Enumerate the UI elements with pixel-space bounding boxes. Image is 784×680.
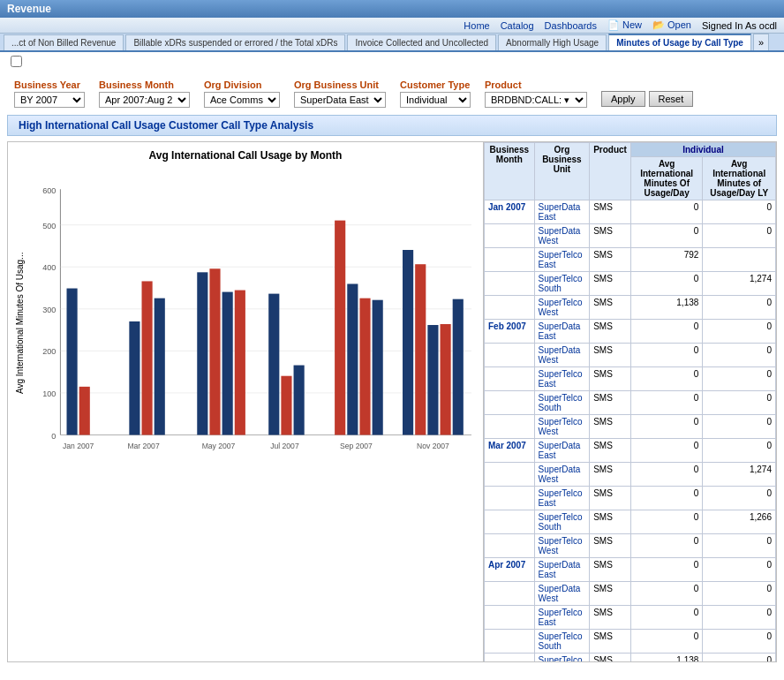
tab-more-button[interactable]: » — [753, 34, 769, 50]
nav-dashboards[interactable]: Dashboards — [545, 20, 597, 31]
cell-month — [485, 248, 535, 272]
cell-unit: SuperTelco West — [534, 415, 590, 439]
svg-text:0: 0 — [51, 432, 56, 441]
cell-avg-day: 0 — [630, 487, 702, 510]
table-row: Apr 2007SuperData EastSMS00 — [485, 558, 776, 582]
cell-product: SMS — [590, 606, 631, 630]
title-bar: Revenue — [0, 0, 784, 18]
filter-org-division: Org Division Ace Comms — [204, 79, 280, 108]
svg-rect-15 — [67, 289, 78, 435]
cell-month: Mar 2007 — [485, 439, 535, 463]
customer-type-select[interactable]: Individual — [400, 92, 471, 108]
nav-home[interactable]: Home — [464, 20, 489, 31]
svg-rect-31 — [403, 250, 413, 434]
col-subheader-avg-day: Avg International Minutes Of Usage/Day — [630, 157, 702, 200]
svg-text:100: 100 — [42, 389, 56, 398]
svg-rect-17 — [129, 321, 139, 435]
table-row: SuperTelco SouthSMS00 — [485, 391, 776, 415]
business-year-select[interactable]: BY 2007 — [14, 92, 85, 108]
product-select[interactable]: BRDBND:CALL: ▾ — [485, 92, 587, 108]
svg-text:500: 500 — [42, 222, 56, 230]
filter-product: Product BRDBND:CALL: ▾ — [485, 79, 587, 108]
cell-avg-ly: 0 — [703, 582, 776, 606]
cell-avg-ly: 0 — [703, 606, 776, 630]
cell-product: SMS — [590, 272, 631, 296]
cell-unit: SuperTelco East — [534, 248, 590, 272]
select-all-checkbox[interactable] — [11, 56, 22, 67]
cell-unit: SuperData West — [534, 224, 590, 248]
cell-unit: SuperTelco South — [534, 272, 590, 296]
business-month-select[interactable]: Apr 2007:Aug 2 — [99, 92, 190, 108]
table-row: SuperTelco EastSMS00 — [485, 367, 776, 391]
cell-month — [485, 534, 535, 558]
cell-avg-day: 0 — [630, 630, 702, 654]
reset-button[interactable]: Reset — [649, 91, 694, 107]
chart-svg: 0 100 200 300 400 500 600 — [29, 169, 476, 478]
cell-avg-ly: 0 — [703, 344, 776, 367]
org-business-unit-select[interactable]: SuperData East — [294, 92, 386, 108]
cell-avg-day: 0 — [630, 344, 702, 367]
table-row: SuperTelco WestSMS1,1380 — [485, 296, 776, 320]
cell-unit: SuperData East — [534, 200, 590, 224]
cell-unit: SuperData East — [534, 439, 590, 463]
svg-text:400: 400 — [42, 263, 56, 272]
cell-avg-ly: 0 — [703, 415, 776, 439]
org-business-unit-label: Org Business Unit — [294, 79, 386, 90]
tab-billable-xdrs[interactable]: Billable xDRs suspended or errored / the… — [125, 34, 345, 50]
chart-title: Avg International Call Usage by Month — [15, 149, 476, 162]
svg-rect-25 — [281, 376, 291, 435]
cell-avg-ly: 1,266 — [703, 510, 776, 534]
cell-product: SMS — [590, 654, 631, 663]
y-axis-label: Avg International Minutes Of Usag... — [15, 169, 29, 478]
org-division-select[interactable]: Ace Comms — [204, 92, 280, 108]
svg-text:600: 600 — [42, 186, 56, 195]
table-row: SuperData WestSMS00 — [485, 582, 776, 606]
col-header-individual: Individual — [630, 143, 775, 157]
table-row: Jan 2007SuperData EastSMS00 — [485, 200, 776, 224]
tab-invoice[interactable]: Invoice Collected and Uncollected — [347, 34, 496, 50]
nav-open[interactable]: 📂 Open — [652, 19, 691, 31]
tab-bar: ...ct of Non Billed Revenue Billable xDR… — [0, 34, 784, 52]
filters-row: Business Year BY 2007 Business Month Apr… — [0, 72, 784, 115]
cell-month — [485, 510, 535, 534]
cell-avg-day: 0 — [630, 439, 702, 463]
cell-avg-day: 0 — [630, 415, 702, 439]
nav-catalog[interactable]: Catalog — [501, 20, 534, 31]
table-row: Feb 2007SuperData EastSMS00 — [485, 320, 776, 344]
apply-button[interactable]: Apply — [601, 91, 645, 107]
data-table-area: Business Month Org Business Unit Product… — [484, 141, 777, 662]
col-header-product: Product — [590, 143, 631, 200]
cell-product: SMS — [590, 630, 631, 654]
cell-month — [485, 487, 535, 510]
svg-rect-28 — [347, 283, 358, 434]
cell-month — [485, 654, 535, 663]
cell-product: SMS — [590, 320, 631, 344]
svg-text:300: 300 — [42, 306, 56, 314]
cell-month — [485, 415, 535, 439]
tab-abnormal[interactable]: Abnormally High Usage — [498, 34, 607, 50]
tab-minutes-usage[interactable]: Minutes of Usage by Call Type — [608, 34, 751, 50]
nav-new[interactable]: 📄 New — [607, 19, 642, 31]
business-year-label: Business Year — [14, 79, 85, 90]
cell-unit: SuperTelco West — [534, 534, 590, 558]
cell-avg-day: 1,138 — [630, 296, 702, 320]
table-row: SuperTelco SouthSMS01,266 — [485, 510, 776, 534]
filter-customer-type: Customer Type Individual — [400, 79, 471, 108]
cell-avg-day: 0 — [630, 582, 702, 606]
cell-unit: SuperData East — [534, 320, 590, 344]
cell-month: Feb 2007 — [485, 320, 535, 344]
cell-product: SMS — [590, 415, 631, 439]
cell-unit: SuperTelco West — [534, 654, 590, 663]
svg-rect-22 — [222, 292, 233, 435]
col-header-month: Business Month — [485, 143, 535, 200]
table-row: SuperData WestSMS00 — [485, 224, 776, 248]
cell-unit: SuperTelco East — [534, 487, 590, 510]
main-content: Avg International Call Usage by Month Av… — [0, 141, 784, 662]
cell-avg-ly: 1,274 — [703, 463, 776, 487]
svg-text:200: 200 — [42, 347, 56, 356]
cell-avg-day: 0 — [630, 200, 702, 224]
cell-avg-day: 0 — [630, 463, 702, 487]
app-title: Revenue — [7, 3, 51, 15]
table-row: SuperTelco EastSMS00 — [485, 606, 776, 630]
tab-non-billed[interactable]: ...ct of Non Billed Revenue — [4, 34, 124, 50]
